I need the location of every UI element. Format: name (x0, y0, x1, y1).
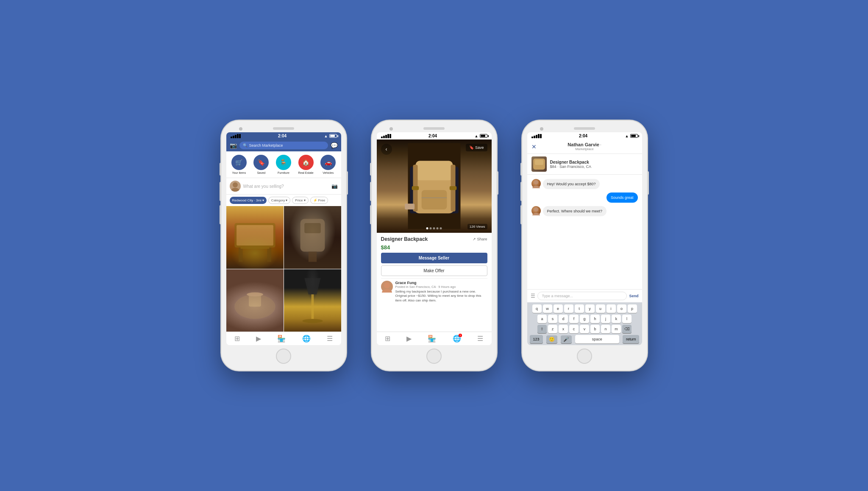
camera-button[interactable]: 📷 (230, 142, 237, 149)
price-filter[interactable]: Price ▾ (292, 197, 308, 204)
chat-input-field[interactable]: Type a message... (537, 292, 627, 300)
nav-video-2[interactable]: ▶ (406, 335, 412, 343)
category-vehicles[interactable]: 🚗 Vehicles (320, 155, 336, 174)
svg-rect-23 (449, 186, 456, 190)
nav-news-1[interactable]: ⊞ (234, 335, 240, 343)
svg-rect-14 (311, 294, 314, 319)
kb-h[interactable]: h (590, 315, 600, 323)
sell-input[interactable]: What are you selling? (243, 184, 329, 189)
price-filter-chevron: ▾ (304, 198, 306, 202)
seller-section: Grace Fung Posted in San Francisco, CA ·… (381, 278, 487, 303)
nav-marketplace-1[interactable]: 🏪 (277, 335, 286, 343)
kb-return[interactable]: return (623, 335, 640, 343)
kb-n[interactable]: n (601, 325, 610, 333)
kb-l[interactable]: l (622, 315, 632, 323)
chat-product-price: $84 · San Francisco, CA (550, 165, 592, 169)
kb-shift[interactable]: ⇧ (537, 325, 547, 333)
category-row-1: 🛒 Your items 🔖 Saved 🪑 Furniture 🏠 Real … (226, 151, 341, 178)
kb-g[interactable]: g (580, 315, 589, 323)
svg-rect-6 (240, 246, 269, 249)
chat-message-sent: Sounds great (531, 192, 638, 203)
kb-q[interactable]: q (532, 304, 542, 313)
kb-j[interactable]: j (601, 315, 610, 323)
nav-menu-1[interactable]: ☰ (327, 335, 333, 343)
user-avatar-1 (230, 181, 241, 192)
seller-meta: Posted in San Francisco, CA · 9 Hours ag… (395, 285, 487, 289)
chat-send-button[interactable]: Send (629, 294, 638, 298)
category-filter[interactable]: Category ▾ (268, 197, 290, 204)
listing-lamp[interactable] (284, 269, 341, 332)
kb-t[interactable]: t (575, 304, 584, 313)
category-filter-chevron: ▾ (286, 198, 287, 202)
kb-123[interactable]: 123 (530, 335, 543, 343)
chat-close-button[interactable]: ✕ (531, 143, 537, 150)
phone-3: 2:04 ▲ ✕ Nathan Garvie › Marketplace (522, 120, 647, 371)
nav-menu-2[interactable]: ☰ (477, 335, 483, 343)
kb-m[interactable]: m (612, 325, 621, 333)
kb-c[interactable]: c (569, 325, 579, 333)
kb-d[interactable]: d (559, 315, 568, 323)
kb-a[interactable]: a (537, 315, 547, 323)
phone-1-notch (226, 126, 341, 132)
chat-menu-icon[interactable]: ☰ (531, 293, 535, 299)
chat-bubble-sent: Sounds great (606, 192, 638, 203)
search-placeholder-1: Search Marketplace (249, 143, 283, 148)
kb-k[interactable]: k (612, 315, 621, 323)
message-seller-button[interactable]: Message Seller (381, 253, 487, 263)
listing-pots[interactable] (226, 269, 284, 332)
svg-rect-9 (308, 252, 316, 262)
keyboard-row-3: ⇧ z x c v b n m ⌫ (528, 325, 641, 333)
messenger-button[interactable]: 💬 (331, 142, 338, 149)
kb-r[interactable]: r (564, 304, 573, 313)
front-camera-3 (540, 127, 543, 131)
kb-i[interactable]: i (606, 304, 616, 313)
listing-backpack[interactable] (284, 206, 341, 269)
product-back-button[interactable]: ‹ (381, 144, 392, 155)
kb-x[interactable]: x (559, 325, 568, 333)
kb-e[interactable]: e (554, 304, 563, 313)
kb-mic[interactable]: 🎤 (561, 335, 572, 343)
product-save-button[interactable]: 🔖 Save (466, 144, 487, 151)
chat-bubble-received-1: Hey! Would you accept $80? (543, 179, 600, 189)
kb-o[interactable]: o (617, 304, 626, 313)
kb-f[interactable]: f (569, 315, 579, 323)
product-info: Designer Backpack ↗ Share $84 Message Se… (377, 233, 492, 332)
marketplace-search-bar[interactable]: 🔍 Search Marketplace (239, 142, 328, 149)
product-image-dots (426, 227, 442, 229)
kb-v[interactable]: v (580, 325, 589, 333)
location-filter[interactable]: Redwood City · 3mi ▾ (230, 197, 267, 204)
nav-globe-1[interactable]: 🌐 (302, 335, 311, 343)
phone-3-bottom (527, 345, 642, 365)
kb-w[interactable]: w (543, 304, 552, 313)
nav-news-2[interactable]: ⊞ (385, 335, 390, 343)
share-icon: ↗ (473, 237, 476, 241)
home-button-3[interactable] (577, 349, 592, 364)
home-button-2[interactable] (426, 349, 442, 364)
kb-space[interactable]: space (575, 335, 619, 343)
kb-b[interactable]: b (590, 325, 600, 333)
listing-chair[interactable] (226, 206, 284, 269)
svg-rect-3 (236, 225, 273, 246)
nav-marketplace-2[interactable]: 🏪 (428, 335, 436, 343)
sell-camera-icon[interactable]: 📷 (331, 183, 338, 189)
wifi-icon-1: ▲ (324, 134, 328, 138)
kb-z[interactable]: z (548, 325, 557, 333)
kb-u[interactable]: u (596, 304, 605, 313)
category-saved[interactable]: 🔖 Saved (253, 155, 269, 174)
category-your-items[interactable]: 🛒 Your items (231, 155, 247, 174)
make-offer-button[interactable]: Make Offer (381, 265, 487, 276)
phone-1-screen: 2:04 ▲ 📷 🔍 Search Marketplace 💬 🛒 (226, 132, 341, 345)
free-filter[interactable]: ⚡ Free (310, 197, 328, 204)
svg-point-27 (384, 282, 390, 288)
svg-rect-26 (405, 204, 415, 209)
kb-delete[interactable]: ⌫ (622, 325, 632, 333)
category-furniture[interactable]: 🪑 Furniture (276, 155, 291, 174)
home-button-1[interactable] (276, 349, 291, 364)
nav-video-1[interactable]: ▶ (256, 335, 261, 343)
kb-p[interactable]: p (628, 304, 637, 313)
kb-emoji[interactable]: 🙂 (546, 335, 557, 343)
kb-s[interactable]: s (548, 315, 557, 323)
kb-y[interactable]: y (585, 304, 595, 313)
category-real-estate[interactable]: 🏠 Real Estate (298, 155, 313, 174)
product-share-button[interactable]: ↗ Share (473, 237, 487, 241)
